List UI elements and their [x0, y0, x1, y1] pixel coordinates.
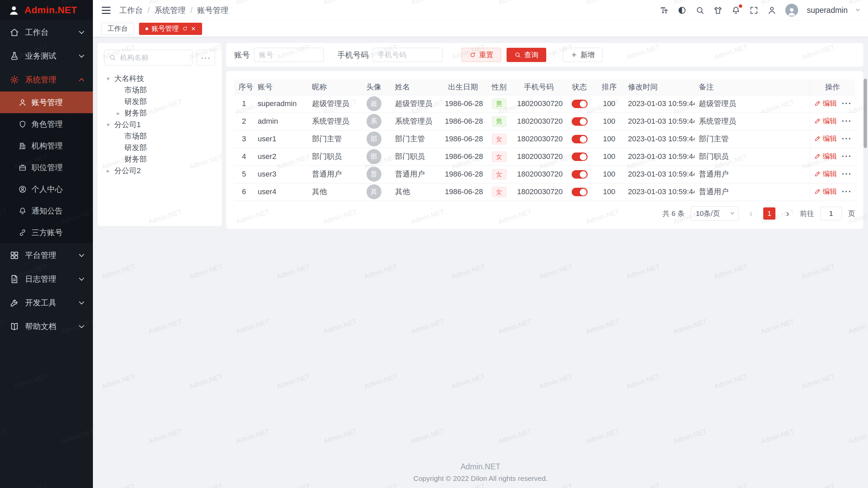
- user-avatar[interactable]: [785, 4, 798, 17]
- sidebar-item-position-management[interactable]: 职位管理: [0, 157, 93, 178]
- status-toggle[interactable]: [572, 135, 588, 143]
- caret-right-icon[interactable]: ▸: [115, 110, 122, 117]
- gender-badge: 女: [492, 151, 507, 162]
- prev-page-button[interactable]: ‹: [745, 207, 757, 220]
- edit-button[interactable]: 编辑: [814, 99, 837, 108]
- breadcrumb: 工作台/系统管理/账号管理: [119, 5, 229, 16]
- row-more-button[interactable]: ···: [842, 135, 852, 143]
- footer-copyright: Copyright © 2022 Dilon All rights reserv…: [93, 474, 868, 483]
- edit-button[interactable]: 编辑: [814, 169, 837, 179]
- sidebar-item-dev-tools[interactable]: 开发工具: [0, 291, 93, 314]
- next-page-button[interactable]: ›: [782, 207, 794, 220]
- sidebar-item-log-management[interactable]: 日志管理: [0, 267, 93, 291]
- phone-input[interactable]: [373, 48, 442, 62]
- plus-icon: [571, 52, 577, 58]
- theme-icon[interactable]: [677, 6, 687, 15]
- cell-birth-date: 1986-06-28: [441, 148, 485, 165]
- close-icon[interactable]: ×: [191, 25, 196, 33]
- column-header-actions: 操作: [810, 79, 855, 95]
- cell-status: [565, 95, 594, 113]
- tree-node[interactable]: 财务部: [104, 154, 215, 165]
- column-header-order: 排序: [594, 79, 624, 95]
- sidebar-item-role-management[interactable]: 角色管理: [0, 113, 93, 135]
- status-toggle[interactable]: [572, 170, 588, 179]
- profile-icon[interactable]: [767, 6, 776, 15]
- tree-node[interactable]: 市场部: [104, 130, 215, 142]
- add-label: 新增: [580, 50, 595, 60]
- pagination: 共 6 条 10条/页 ‹ 1 › 前往 页: [234, 206, 855, 221]
- caret-down-icon[interactable]: ▾: [104, 121, 112, 128]
- sidebar-item-account-management[interactable]: 账号管理: [0, 92, 93, 113]
- search-button[interactable]: 查询: [507, 48, 546, 62]
- chevron-down-icon[interactable]: [856, 7, 860, 11]
- cell-name: 其他: [391, 183, 441, 201]
- cell-account: superadmin: [254, 95, 308, 113]
- sidebar-item-system-management[interactable]: 系统管理: [0, 68, 93, 92]
- brand-logo[interactable]: Admin.NET: [0, 0, 93, 20]
- tab-account-management[interactable]: 账号管理 ×: [139, 23, 202, 35]
- cell-actions: 编辑···: [810, 113, 855, 130]
- edit-button[interactable]: 编辑: [814, 134, 837, 143]
- tree-node[interactable]: ▸财务部: [104, 107, 215, 119]
- sidebar-item-workbench[interactable]: 工作台: [0, 20, 93, 44]
- notification-icon[interactable]: [731, 6, 741, 15]
- edit-button[interactable]: 编辑: [814, 116, 837, 126]
- tab-workbench[interactable]: 工作台: [101, 23, 134, 35]
- sidebar-item-org-management[interactable]: 机构管理: [0, 135, 93, 157]
- edit-label: 编辑: [823, 169, 837, 179]
- tree-node[interactable]: 研发部: [104, 142, 215, 154]
- status-toggle[interactable]: [572, 152, 588, 161]
- tree-node[interactable]: ▾大名科技: [104, 73, 215, 84]
- scrollbar-thumb[interactable]: [864, 79, 867, 148]
- tree-node[interactable]: ▾分公司1: [104, 119, 215, 130]
- row-more-button[interactable]: ···: [842, 170, 852, 178]
- tree-node[interactable]: ▸分公司2: [104, 165, 215, 177]
- font-size-icon[interactable]: [659, 6, 669, 15]
- fullscreen-icon[interactable]: [749, 6, 758, 15]
- sidebar-item-personal-center[interactable]: 个人中心: [0, 178, 93, 200]
- caret-down-icon[interactable]: ▾: [104, 75, 112, 82]
- status-toggle[interactable]: [572, 188, 588, 196]
- avatar: 超: [367, 96, 381, 111]
- breadcrumb-item[interactable]: 工作台: [119, 5, 143, 16]
- account-input[interactable]: [254, 48, 324, 62]
- row-more-button[interactable]: ···: [842, 152, 852, 160]
- table-row: 2admin系统管理员系系统管理员1986-06-28男180200307201…: [234, 113, 855, 130]
- tree-node[interactable]: 市场部: [104, 84, 215, 96]
- status-toggle[interactable]: [572, 100, 588, 108]
- sidebar-item-label: 三方账号: [32, 227, 63, 238]
- sidebar-item-help-docs[interactable]: 帮助文档: [0, 314, 93, 338]
- status-toggle[interactable]: [572, 117, 588, 126]
- row-more-button[interactable]: ···: [842, 99, 852, 107]
- caret-right-icon[interactable]: ▸: [104, 167, 112, 175]
- sidebar-item-platform-management[interactable]: 平台管理: [0, 243, 93, 267]
- cell-remark: 系统管理员: [695, 113, 810, 130]
- tree-node-label: 研发部: [124, 143, 147, 153]
- cell-gender: 女: [485, 165, 513, 183]
- add-button[interactable]: 新增: [563, 48, 603, 62]
- cell-phone: 18020030720: [513, 165, 565, 183]
- row-more-button[interactable]: ···: [842, 117, 852, 125]
- search-icon[interactable]: [695, 6, 705, 15]
- reset-button[interactable]: 重置: [461, 48, 501, 62]
- org-search-input[interactable]: [119, 53, 188, 62]
- sidebar-item-notice-announcement[interactable]: 通知公告: [0, 200, 93, 222]
- cell-actions: 编辑···: [810, 148, 855, 165]
- cell-order: 100: [594, 130, 624, 148]
- row-more-button[interactable]: ···: [842, 187, 852, 196]
- tree-more-button[interactable]: ···: [197, 50, 215, 65]
- cell-phone: 18020030720: [513, 183, 565, 201]
- username[interactable]: superadmin: [807, 6, 848, 15]
- sidebar-item-third-party-account[interactable]: 三方账号: [0, 222, 93, 243]
- edit-button[interactable]: 编辑: [814, 187, 837, 196]
- menu-collapse-icon[interactable]: [102, 7, 111, 14]
- breadcrumb-item[interactable]: 系统管理: [154, 5, 185, 16]
- page-number-1[interactable]: 1: [763, 207, 775, 220]
- tree-node[interactable]: 研发部: [104, 96, 215, 107]
- page-size-select[interactable]: 10条/页: [691, 206, 739, 221]
- goto-page-input[interactable]: [820, 207, 842, 220]
- edit-button[interactable]: 编辑: [814, 151, 837, 161]
- skin-icon[interactable]: [713, 6, 723, 15]
- refresh-icon[interactable]: [182, 26, 188, 32]
- sidebar-item-business-test[interactable]: 业务测试: [0, 44, 93, 68]
